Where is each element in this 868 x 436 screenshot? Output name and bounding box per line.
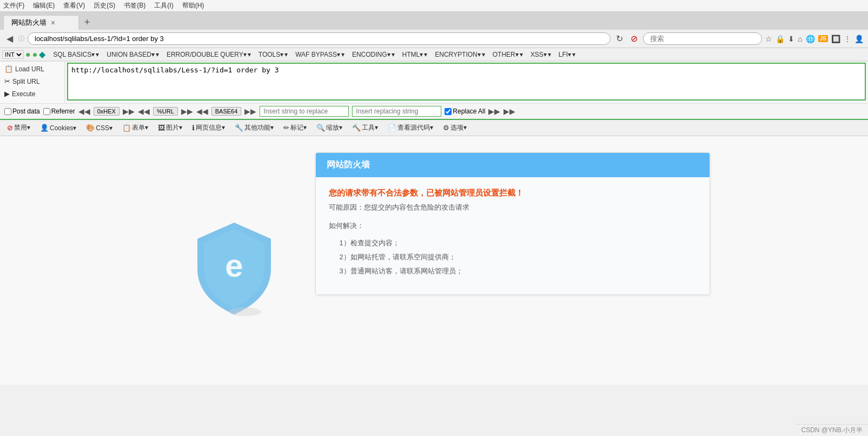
options-icon: ⚙: [443, 124, 449, 132]
star-icon[interactable]: ☆: [765, 35, 772, 43]
arrow-left-url: ◀◀: [138, 107, 150, 116]
new-tab-button[interactable]: +: [81, 16, 94, 29]
lock-icon[interactable]: 🔒: [776, 35, 785, 43]
tab-close-button[interactable]: ×: [51, 18, 55, 27]
puzzle-icon[interactable]: 🔲: [831, 35, 840, 43]
hackbar: INT ● ● ◆ SQL BASICS▾ UNION BASED▾ ERROR…: [0, 48, 868, 120]
referrer-checkbox-label[interactable]: Referrer: [43, 108, 75, 115]
replace-all-label: Replace All: [453, 108, 485, 115]
menu-edit[interactable]: 编辑(E): [33, 1, 55, 10]
nav-other[interactable]: OTHER▾: [489, 50, 526, 59]
firebug-mark[interactable]: ✏ 标记▾: [280, 122, 310, 134]
arrow-left-hex: ◀◀: [78, 107, 90, 116]
waf-card: 网站防火墙 您的请求带有不合法参数，已被网站管理员设置拦截！ 可能原因：您提交的…: [315, 152, 710, 295]
nav-union-based[interactable]: UNION BASED▾: [103, 50, 162, 59]
arrow-right-hex: ▶▶: [123, 107, 135, 116]
nav-error-double[interactable]: ERROR/DOUBLE QUERY▾: [163, 50, 254, 59]
dot-green2: ●: [32, 50, 38, 59]
replace-all-checkbox-label[interactable]: Replace All: [445, 108, 485, 115]
download-icon[interactable]: ⬇: [788, 35, 794, 43]
url-button[interactable]: %URL: [153, 107, 178, 116]
mark-icon: ✏: [283, 124, 289, 132]
address-bar: ◀ ⓘ ↻ ⊘ ☆ 🔒 ⬇ ⌂ 🌐 JS 🔲 ⋮ 👤: [0, 30, 868, 48]
firebug-toolset[interactable]: 🔨 工具▾: [348, 122, 382, 134]
global-icon[interactable]: 🌐: [806, 35, 815, 43]
execute-button[interactable]: ▶ Execute: [2, 88, 62, 100]
post-data-label: Post data: [12, 108, 40, 115]
nav-lfi[interactable]: LFI▾: [555, 50, 579, 59]
css-icon: 🎨: [86, 124, 95, 132]
waf-subtitle: 可能原因：您提交的内容包含危险的攻击请求: [329, 203, 697, 212]
svg-point-1: [229, 307, 261, 316]
more-icon[interactable]: ⋮: [844, 35, 851, 43]
replace-all-checkbox[interactable]: [445, 108, 452, 115]
menu-history[interactable]: 历史(S): [94, 1, 115, 10]
nav-sql-basics[interactable]: SQL BASICS▾: [50, 50, 102, 59]
nav-html[interactable]: HTML▾: [399, 50, 431, 59]
nav-waf-bypass[interactable]: WAF BYPASS▾: [292, 50, 348, 59]
tab-title: 网站防火墙: [11, 18, 47, 28]
base64-button[interactable]: BASE64: [211, 107, 242, 116]
stop-button[interactable]: ⊘: [628, 32, 640, 45]
firebug-css[interactable]: 🎨 CSS▾: [82, 122, 116, 133]
forms-icon: 📋: [122, 124, 131, 132]
cookies-icon: 👤: [40, 124, 49, 132]
int-select[interactable]: INT: [2, 50, 24, 59]
search-input[interactable]: [643, 32, 762, 45]
address-input[interactable]: [28, 32, 611, 45]
nav-xss[interactable]: XSS▾: [527, 50, 554, 59]
back-button[interactable]: ◀: [4, 32, 15, 45]
source-label: 查看源代码▾: [397, 123, 433, 132]
active-tab[interactable]: 网站防火墙 ×: [3, 15, 79, 30]
disable-icon: ⊘: [7, 124, 13, 132]
cookies-label: Cookies▾: [50, 124, 76, 132]
arrow-replace: ▶▶: [488, 107, 500, 116]
firebug-other[interactable]: 🔧 其他功能▾: [231, 122, 277, 134]
firebug-options[interactable]: ⚙ 选项▾: [439, 122, 471, 134]
load-url-button[interactable]: 📋 Load URL: [2, 63, 62, 75]
other-icon: 🔧: [235, 124, 243, 132]
css-label: CSS▾: [96, 124, 112, 132]
firebug-forms[interactable]: 📋 表单▾: [118, 122, 152, 134]
waf-solution-3: 3）普通网站访客，请联系网站管理员；: [340, 264, 697, 278]
menu-file[interactable]: 文件(F): [3, 1, 24, 10]
hex-button[interactable]: 0xHEX: [94, 107, 120, 116]
person-icon[interactable]: 👤: [854, 35, 864, 43]
post-data-checkbox[interactable]: [4, 108, 11, 115]
waf-col: 网站防火墙 您的请求带有不合法参数，已被网站管理员设置拦截！ 可能原因：您提交的…: [304, 152, 705, 385]
hackbar-url-input[interactable]: http://localhost/sqlilabs/Less-1/?id=1 o…: [67, 63, 866, 100]
nav-tools[interactable]: TOOLS▾: [255, 50, 291, 59]
firebug-disable[interactable]: ⊘ 禁用▾: [3, 122, 34, 134]
waf-how: 如何解决：: [329, 221, 697, 231]
firebug-pageinfo[interactable]: ℹ 网页信息▾: [188, 122, 229, 134]
arrow-replace2: ▶▶: [503, 107, 515, 116]
refresh-button[interactable]: ↻: [614, 32, 625, 45]
post-data-checkbox-label[interactable]: Post data: [4, 108, 40, 115]
referrer-checkbox[interactable]: [43, 108, 50, 115]
nav-encryption[interactable]: ENCRYPTION▾: [432, 50, 488, 59]
hackbar-main: 📋 Load URL ✂ Split URL ▶ Execute http://…: [0, 61, 868, 103]
arrow-right-url: ▶▶: [181, 107, 193, 116]
shield-icon: e: [191, 217, 277, 320]
toolset-label: 工具▾: [362, 123, 378, 132]
waf-header: 网站防火墙: [316, 153, 710, 177]
replace-with-input[interactable]: [352, 106, 441, 117]
menu-help[interactable]: 帮助(H): [182, 1, 204, 10]
menu-tools[interactable]: 工具(I): [154, 1, 173, 10]
disable-label: 禁用▾: [14, 123, 30, 132]
nav-encoding[interactable]: ENCODING▾: [349, 50, 398, 59]
split-url-button[interactable]: ✂ Split URL: [2, 75, 62, 88]
replace-search-input[interactable]: [260, 106, 349, 117]
menubar: 文件(F) 编辑(E) 查看(V) 历史(S) 书签(B) 工具(I) 帮助(H…: [0, 0, 868, 12]
zoom-label: 缩放▾: [326, 123, 342, 132]
firebug-source[interactable]: 📄 查看源代码▾: [384, 122, 437, 134]
firebug-zoom[interactable]: 🔍 缩放▾: [313, 122, 346, 134]
firebug-images[interactable]: 🖼 图片▾: [154, 122, 186, 134]
menu-view[interactable]: 查看(V): [63, 1, 85, 10]
waf-solutions: 1）检查提交内容； 2）如网站托管，请联系空间提供商； 3）普通网站访客，请联系…: [329, 236, 697, 278]
firebug-cookies[interactable]: 👤 Cookies▾: [36, 122, 80, 133]
menu-bookmarks[interactable]: 书签(B): [124, 1, 145, 10]
images-label: 图片▾: [166, 123, 182, 132]
svg-text:e: e: [225, 247, 243, 284]
home-icon[interactable]: ⌂: [798, 35, 802, 43]
